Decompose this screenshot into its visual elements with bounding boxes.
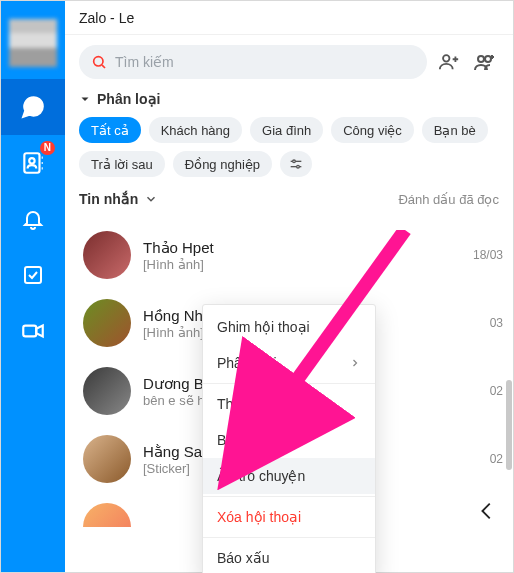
scrollbar-thumb[interactable]: [506, 380, 512, 470]
ctx-hide[interactable]: Ẩn trò chuyện: [203, 458, 375, 494]
chevron-left-icon[interactable]: [476, 497, 498, 525]
chevron-right-icon: [349, 357, 361, 369]
svg-point-9: [293, 160, 296, 163]
conversation-time: 02: [461, 384, 503, 398]
video-icon: [20, 318, 46, 344]
search-input[interactable]: [115, 54, 415, 70]
conversation-time: 18/03: [461, 248, 503, 262]
chip-colleagues[interactable]: Đồng nghiệp: [173, 151, 272, 177]
window-title: Zalo - Le: [65, 1, 513, 35]
ctx-add-to-group[interactable]: Thêm vào nhóm: [203, 386, 375, 422]
conversation-time: 03: [461, 316, 503, 330]
chevron-down-icon: [144, 192, 158, 206]
svg-rect-3: [23, 326, 36, 337]
contacts-badge: N: [40, 141, 55, 155]
category-header-label: Phân loại: [97, 91, 160, 107]
add-friend-button[interactable]: [435, 48, 463, 76]
left-nav: N: [1, 1, 65, 572]
profile-avatar[interactable]: [9, 19, 57, 67]
svg-point-11: [297, 165, 300, 168]
contacts-icon: [20, 150, 46, 176]
category-section: Phân loại Tất cả Khách hàng Gia đình Côn…: [65, 87, 513, 177]
conversation-time: 02: [461, 452, 503, 466]
sliders-icon: [288, 156, 304, 172]
conversation-name: Thảo Hpet: [143, 239, 449, 257]
svg-point-6: [478, 56, 484, 62]
svg-rect-2: [25, 267, 41, 283]
separator: [203, 383, 375, 384]
conversation-item[interactable]: Thảo Hpet [Hình ảnh] 18/03: [77, 221, 509, 289]
bell-icon: [20, 206, 46, 232]
mark-all-read-label: Đánh dấu đã đọc: [398, 192, 499, 207]
messages-tab-label: Tin nhắn: [79, 191, 138, 207]
list-header: Tin nhắn Đánh dấu đã đọc: [65, 177, 513, 215]
search-box[interactable]: [79, 45, 427, 79]
messages-tab[interactable]: Tin nhắn: [79, 191, 158, 207]
avatar: [83, 231, 131, 279]
svg-point-5: [443, 55, 449, 61]
nav-video[interactable]: [1, 303, 65, 359]
check-square-icon: [20, 262, 46, 288]
category-chips: Tất cả Khách hàng Gia đình Công việc Bạn…: [79, 117, 499, 177]
separator: [203, 496, 375, 497]
chip-filter-settings[interactable]: [280, 151, 312, 177]
top-toolbar: [65, 35, 513, 87]
search-icon: [91, 54, 107, 70]
avatar: [83, 503, 131, 527]
category-toggle[interactable]: Phân loại: [79, 91, 499, 107]
chip-all[interactable]: Tất cả: [79, 117, 141, 143]
chip-reply-later[interactable]: Trả lời sau: [79, 151, 165, 177]
svg-point-1: [29, 158, 34, 163]
nav-notifications[interactable]: [1, 191, 65, 247]
nav-contacts[interactable]: N: [1, 135, 65, 191]
chip-work[interactable]: Công việc: [331, 117, 414, 143]
chip-family[interactable]: Gia đình: [250, 117, 323, 143]
avatar: [83, 367, 131, 415]
mark-all-read[interactable]: Đánh dấu đã đọc: [398, 192, 499, 207]
nav-chat[interactable]: [1, 79, 65, 135]
create-group-button[interactable]: [471, 48, 499, 76]
ctx-categorize[interactable]: Phân loại: [203, 345, 375, 381]
conversation-subtitle: [Hình ảnh]: [143, 257, 449, 272]
ctx-mute[interactable]: Bật thông báo: [203, 422, 375, 458]
avatar: [83, 435, 131, 483]
ctx-pin[interactable]: Ghim hội thoại: [203, 309, 375, 345]
nav-todo[interactable]: [1, 247, 65, 303]
chat-icon: [20, 94, 46, 120]
ctx-report[interactable]: Báo xấu: [203, 540, 375, 573]
chip-friends[interactable]: Bạn bè: [422, 117, 488, 143]
avatar: [83, 299, 131, 347]
ctx-delete[interactable]: Xóa hội thoại: [203, 499, 375, 535]
chevron-down-icon: [79, 93, 91, 105]
svg-point-4: [94, 57, 103, 66]
separator: [203, 537, 375, 538]
window-title-text: Zalo - Le: [79, 10, 134, 26]
chip-customers[interactable]: Khách hàng: [149, 117, 242, 143]
context-menu: Ghim hội thoại Phân loại Thêm vào nhóm B…: [202, 304, 376, 573]
